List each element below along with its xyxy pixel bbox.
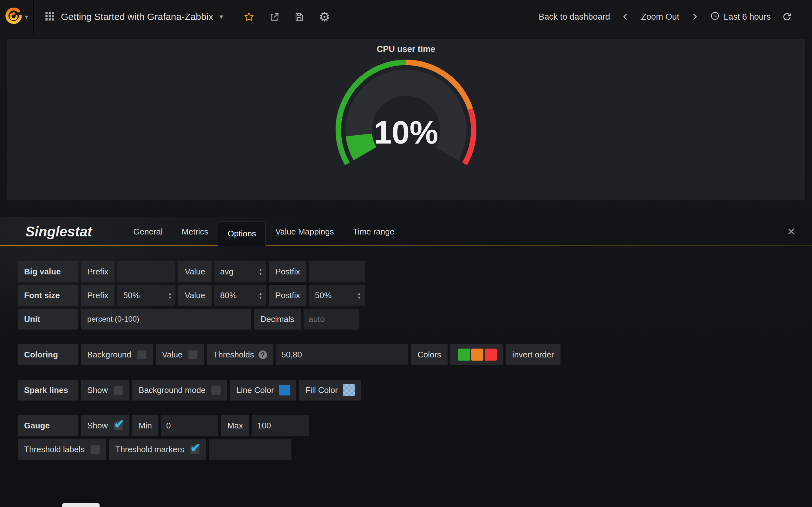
min-input[interactable] [166, 421, 213, 431]
font-size-label: Font size [18, 285, 78, 306]
close-icon[interactable]: ✕ [787, 226, 796, 238]
background-checkbox[interactable]: ✔ [137, 350, 147, 359]
zoom-out-button[interactable]: Zoom Out [641, 12, 679, 22]
chevron-down-icon: ▾ [25, 13, 28, 20]
tab-metrics[interactable]: Metrics [172, 217, 218, 246]
grafana-logo-button[interactable]: ▾ [0, 0, 34, 34]
sparkline-show-checkbox[interactable]: ✔ [113, 385, 123, 395]
tabbar-underline [0, 245, 812, 246]
dashboard-grid-icon [45, 11, 55, 22]
invert-order-button[interactable]: invert order [506, 344, 560, 365]
big-value-postfix-cell [309, 261, 365, 282]
decimals-input[interactable] [309, 314, 354, 324]
thresholds-label: Thresholds [213, 350, 254, 360]
gauge-row: Gauge Show ✔ Min Max [18, 415, 812, 436]
check-icon: ✔ [190, 441, 201, 455]
big-value-postfix-input[interactable] [314, 267, 360, 277]
font-size-prefix-select[interactable]: 50% ▴▾ [117, 285, 175, 306]
orange-color-swatch[interactable] [471, 349, 484, 360]
tab-value-mappings[interactable]: Value Mappings [266, 217, 344, 246]
show-label: Show [87, 385, 108, 395]
decimals-label: Decimals [254, 308, 301, 330]
star-button[interactable] [243, 11, 255, 22]
decimals-cell [304, 308, 359, 330]
chevron-right-icon[interactable] [691, 13, 699, 21]
spinner-icon: ▴▾ [259, 291, 262, 299]
big-value-stat-select[interactable]: avg ▴▾ [214, 261, 266, 282]
value-checkbox[interactable]: ✔ [188, 350, 198, 359]
font-size-row: Font size Prefix 50% ▴▾ Value 80% ▴▾ Pos… [18, 285, 812, 306]
coloring-section: Coloring Background ✔ Value ✔ Thresholds… [18, 344, 812, 365]
navbar-right: Back to dashboard Zoom Out Last 6 hours [539, 0, 812, 34]
coloring-label: Coloring [18, 344, 78, 365]
spinner-icon: ▴▾ [259, 268, 262, 276]
background-label: Background [87, 350, 131, 360]
dashboard-title-button[interactable]: Getting Started with Grafana-Zabbix ▾ [34, 0, 235, 34]
coloring-value-option: Value ✔ [156, 344, 204, 365]
show-label: Show [87, 421, 108, 431]
sparklines-section: Spark lines Show ✔ Background mode ✔ Lin… [18, 380, 812, 400]
spinner-icon: ▴▾ [358, 291, 361, 299]
selected-value: 80% [220, 291, 237, 300]
thresholds-label-cell: Thresholds ? [207, 344, 273, 365]
singlestat-panel: CPU user time 10% [7, 39, 805, 200]
tab-general[interactable]: General [124, 217, 172, 246]
clock-icon [710, 11, 720, 23]
line-color-swatch[interactable] [279, 385, 290, 395]
gauge-label: Gauge [18, 415, 78, 436]
min-label: Min [132, 415, 158, 436]
options-form: Big value Prefix Value avg ▴▾ Postfix Fo… [0, 246, 812, 493]
panel-editor: Singlestat General Metrics Options Value… [0, 217, 812, 493]
time-range-label: Last 6 hours [723, 12, 771, 22]
grafana-logo-icon [5, 8, 22, 26]
threshold-markers-label: Threshold markers [115, 445, 184, 454]
refresh-button[interactable] [782, 12, 792, 21]
fill-color-swatch[interactable] [343, 384, 355, 396]
red-color-swatch[interactable] [485, 349, 497, 360]
horizontal-scrollbar-thumb[interactable] [62, 503, 100, 507]
time-range-picker[interactable]: Last 6 hours [710, 11, 771, 23]
fill-color-option: Fill Color [299, 380, 362, 400]
thresholds-cell [276, 344, 408, 365]
back-to-dashboard-button[interactable]: Back to dashboard [539, 12, 610, 22]
font-size-postfix-select[interactable]: 50% ▴▾ [309, 285, 365, 306]
colors-swatches-cell [450, 344, 503, 365]
chevron-down-icon: ▾ [219, 13, 223, 21]
tab-options[interactable]: Options [218, 221, 266, 246]
spark-lines-label: Spark lines [18, 380, 78, 400]
colors-label: Colors [411, 344, 448, 365]
min-cell [161, 415, 218, 436]
big-value-prefix-input[interactable] [122, 267, 170, 277]
max-label: Max [221, 415, 249, 436]
unit-picker[interactable]: percent (0-100) [81, 308, 251, 330]
panel-title[interactable]: CPU user time [7, 39, 805, 54]
editor-header: Singlestat General Metrics Options Value… [0, 217, 812, 246]
spinner-icon: ▴▾ [169, 291, 171, 299]
threshold-markers-option: Threshold markers ✔ [109, 439, 206, 460]
unit-label: Unit [18, 308, 78, 330]
big-value-label: Big value [18, 261, 78, 282]
line-color-label: Line Color [236, 385, 274, 395]
threshold-markers-checkbox[interactable]: ✔ [190, 445, 200, 454]
chevron-left-icon[interactable] [621, 13, 629, 21]
selected-value: 50% [123, 291, 140, 300]
tab-time-range[interactable]: Time range [344, 217, 404, 246]
gauge-show-checkbox[interactable]: ✔ [113, 421, 123, 430]
help-icon[interactable]: ? [258, 350, 267, 359]
gauge-chart: 10% [330, 55, 482, 173]
empty-cell [209, 439, 292, 460]
save-button[interactable] [294, 12, 304, 22]
gauge-wrap: 10% [7, 55, 805, 173]
font-size-value-select[interactable]: 80% ▴▾ [214, 285, 266, 306]
gauge-value-text: 10% [374, 114, 438, 150]
coloring-row: Coloring Background ✔ Value ✔ Thresholds… [18, 344, 812, 365]
max-input[interactable] [257, 421, 304, 431]
threshold-labels-checkbox[interactable]: ✔ [90, 445, 100, 454]
settings-gear-button[interactable]: ⚙ [319, 10, 330, 23]
thresholds-input[interactable] [281, 350, 403, 360]
prefix-label: Prefix [81, 261, 114, 282]
share-button[interactable] [269, 12, 280, 22]
green-color-swatch[interactable] [458, 349, 470, 360]
background-mode-checkbox[interactable]: ✔ [211, 385, 221, 395]
max-cell [252, 415, 309, 436]
